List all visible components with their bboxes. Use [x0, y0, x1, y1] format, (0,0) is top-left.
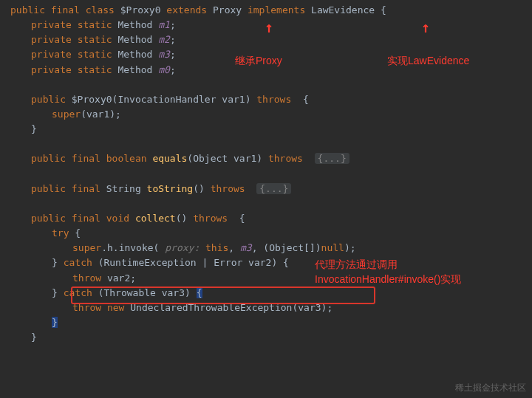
blank	[10, 167, 532, 182]
field-m1: private static Method m1;	[10, 18, 532, 32]
tostring-method: public final String toString() throws {.…	[10, 182, 532, 196]
collect-method: public final void collect() throws {	[10, 211, 532, 226]
try-block: try {	[10, 226, 532, 241]
code-block: public final class $Proxy0 extends Proxy…	[0, 0, 532, 345]
class-decl: public final class $Proxy0 extends Proxy…	[10, 3, 532, 18]
throw2: throw new UndeclaredThrowableException(v…	[10, 301, 532, 315]
constructor-decl: public $Proxy0(InvocationHandler var1) t…	[10, 92, 532, 107]
blank	[10, 78, 532, 92]
close-brace: }	[10, 315, 532, 330]
super-call: super(var1);	[10, 107, 532, 122]
catch1: } catch (RuntimeException | Error var2) …	[10, 255, 532, 270]
watermark: 稀土掘金技术社区	[455, 381, 526, 395]
equals-method: public final boolean equals(Object var1)…	[10, 151, 532, 166]
folded-region: {...}	[256, 183, 291, 194]
field-m2: private static Method m2;	[10, 32, 532, 47]
blank	[10, 196, 532, 211]
field-m0: private static Method m0;	[10, 63, 532, 78]
invoke-line: super.h.invoke( proxy: this, m3, (Object…	[10, 241, 532, 255]
field-m3: private static Method m3;	[10, 47, 532, 62]
catch2: } catch (Throwable var3) {	[10, 286, 532, 301]
close-brace: }	[10, 330, 532, 345]
folded-region: {...}	[315, 153, 349, 164]
blank	[10, 137, 532, 151]
close-brace: }	[10, 122, 532, 137]
throw1: throw var2;	[10, 271, 532, 286]
